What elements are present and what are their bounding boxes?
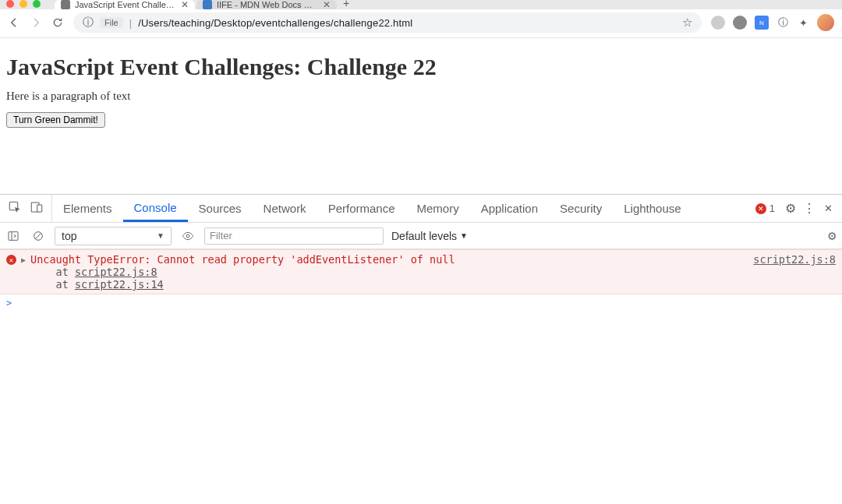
devtools-menu-icon[interactable]: ⋮: [800, 199, 819, 218]
favicon-icon: [203, 0, 212, 9]
tab-title: JavaScript Event Challenges: C: [75, 0, 176, 9]
tab-strip: JavaScript Event Challenges: C ✕ IIFE - …: [0, 0, 842, 9]
favicon-icon: [61, 0, 70, 9]
inspect-element-icon[interactable]: [8, 200, 22, 217]
console-sidebar-toggle-icon[interactable]: [5, 227, 22, 245]
profile-avatar[interactable]: [817, 14, 834, 31]
extensions-puzzle-icon[interactable]: ✦: [797, 16, 809, 29]
stack-link[interactable]: script22.js:8: [75, 266, 157, 278]
error-text: Uncaught TypeError: Cannot read property…: [30, 253, 455, 266]
forward-button[interactable]: [30, 16, 42, 29]
console-toolbar: top ▼ Default levels ▼ ⚙: [0, 223, 842, 249]
extension-icon[interactable]: [733, 16, 747, 30]
devtools-tab-sources[interactable]: Sources: [188, 195, 253, 222]
browser-tab-active[interactable]: JavaScript Event Challenges: C ✕: [55, 0, 195, 9]
extension-icon[interactable]: ⓘ: [777, 16, 789, 29]
page-title: JavaScript Event Challenges: Challenge 2…: [6, 54, 836, 80]
extension-icon[interactable]: N: [755, 16, 769, 30]
devtools-tab-lighthouse[interactable]: Lighthouse: [613, 195, 692, 222]
chevron-down-icon: ▼: [460, 231, 468, 240]
log-levels-select[interactable]: Default levels ▼: [391, 230, 468, 242]
maximize-window-button[interactable]: [33, 0, 41, 8]
browser-tab[interactable]: IIFE - MDN Web Docs Glossar ✕: [196, 0, 337, 9]
tab-title: IIFE - MDN Web Docs Glossar: [217, 0, 318, 9]
turn-green-button[interactable]: Turn Green Dammit!: [6, 112, 105, 128]
chevron-down-icon: ▼: [157, 231, 165, 240]
log-levels-label: Default levels: [391, 230, 457, 242]
error-source-link[interactable]: script22.js:8: [753, 253, 836, 266]
stack-link[interactable]: script22.js:14: [75, 278, 164, 291]
close-tab-icon[interactable]: ✕: [181, 0, 189, 9]
error-count-value: 1: [769, 203, 775, 214]
url-path: /Users/teaching/Desktop/eventchallenges/…: [138, 17, 412, 29]
new-tab-button[interactable]: +: [338, 0, 354, 9]
devtools-close-icon[interactable]: ✕: [819, 199, 837, 218]
console-output: ✕ ▶ Uncaught TypeError: Cannot read prop…: [0, 249, 842, 498]
console-filter-input[interactable]: [204, 227, 384, 245]
close-tab-icon[interactable]: ✕: [323, 0, 331, 9]
minimize-window-button[interactable]: [19, 0, 27, 8]
page-body: JavaScript Event Challenges: Challenge 2…: [0, 38, 842, 194]
error-dot-icon: ✕: [755, 203, 766, 214]
disclosure-triangle-icon[interactable]: ▶: [21, 256, 26, 264]
console-prompt[interactable]: >: [0, 294, 842, 312]
browser-chrome: JavaScript Event Challenges: C ✕ IIFE - …: [0, 0, 842, 38]
svg-line-6: [35, 233, 41, 239]
error-icon: ✕: [6, 255, 16, 265]
back-button[interactable]: [8, 16, 20, 29]
device-toolbar-icon[interactable]: [30, 200, 44, 217]
svg-point-7: [186, 234, 189, 238]
console-settings-icon[interactable]: ⚙: [827, 230, 837, 242]
url-scheme: File: [100, 17, 123, 28]
bookmark-star-icon[interactable]: ☆: [682, 16, 692, 30]
site-info-icon[interactable]: ⓘ: [83, 16, 94, 30]
console-error-row: ✕ ▶ Uncaught TypeError: Cannot read prop…: [0, 249, 842, 294]
address-bar[interactable]: ⓘ File | /Users/teaching/Desktop/eventch…: [73, 12, 702, 33]
error-count-badge[interactable]: ✕ 1: [755, 203, 775, 214]
prompt-chevron-icon: >: [6, 298, 12, 308]
error-message: Uncaught TypeError: Cannot read property…: [30, 253, 748, 291]
devtools-settings-icon[interactable]: ⚙: [781, 199, 800, 218]
devtools-tab-elements[interactable]: Elements: [52, 195, 123, 222]
live-expression-icon[interactable]: [179, 227, 196, 245]
extension-icon[interactable]: [711, 16, 725, 30]
svg-rect-2: [37, 205, 42, 212]
toolbar-right-icons: N ⓘ ✦: [711, 14, 834, 31]
page-paragraph: Here is a paragraph of text: [6, 90, 836, 103]
devtools-tab-memory[interactable]: Memory: [406, 195, 470, 222]
devtools-tab-security[interactable]: Security: [549, 195, 613, 222]
execution-context-value: top: [62, 230, 76, 242]
devtools-tab-performance[interactable]: Performance: [317, 195, 406, 222]
clear-console-icon[interactable]: [30, 227, 47, 245]
browser-toolbar: ⓘ File | /Users/teaching/Desktop/eventch…: [0, 9, 842, 38]
devtools-tab-console[interactable]: Console: [123, 195, 188, 222]
svg-rect-3: [9, 231, 18, 240]
devtools-tab-application[interactable]: Application: [470, 195, 549, 222]
close-window-button[interactable]: [6, 0, 14, 8]
window-controls: [6, 0, 41, 8]
devtools-panel: Elements Console Sources Network Perform…: [0, 194, 842, 498]
reload-button[interactable]: [51, 16, 64, 29]
devtools-tab-network[interactable]: Network: [253, 195, 317, 222]
execution-context-select[interactable]: top ▼: [55, 227, 172, 245]
devtools-tabbar: Elements Console Sources Network Perform…: [0, 195, 842, 223]
